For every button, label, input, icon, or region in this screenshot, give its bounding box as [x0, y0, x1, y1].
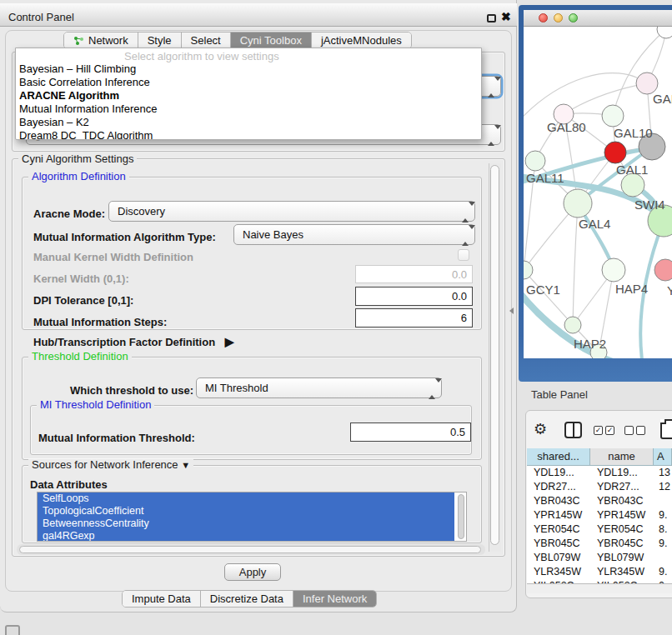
- deselect-all-checkbox-icon[interactable]: [636, 426, 645, 435]
- select-all-checkbox-icon[interactable]: ✓: [605, 426, 614, 435]
- column-layout-icon[interactable]: [564, 422, 582, 438]
- table-row[interactable]: YBL079W YBL079W: [527, 551, 672, 565]
- list-item-topologicalcoefficient[interactable]: TopologicalCoefficient: [38, 505, 454, 518]
- algorithm-dropdown-popup: Select algorithm to view settings Bayesi…: [15, 48, 482, 140]
- aracne-mode-combobox[interactable]: Discovery: [108, 201, 475, 222]
- network-icon: [73, 36, 84, 46]
- aracne-mode-label: Aracne Mode:: [33, 208, 105, 220]
- node-label-gal11: GAL11: [526, 171, 564, 185]
- sources-group-title[interactable]: Sources for Network Inference ▼: [28, 459, 193, 471]
- column-header-shared-name[interactable]: shared...: [527, 448, 590, 465]
- algorithm-definition-title: Algorithm Definition: [28, 171, 129, 182]
- node-hap4[interactable]: [602, 258, 625, 282]
- combo-arrows-icon: [488, 129, 494, 142]
- scrollbar-thumb[interactable]: [19, 546, 481, 553]
- table-row[interactable]: YBR043C YBR043C: [527, 494, 672, 508]
- node-label-gcy1: GCY1: [526, 282, 560, 297]
- column-header-clipped[interactable]: A: [654, 448, 672, 465]
- settings-vertical-scrollbar[interactable]: [489, 163, 501, 552]
- network-window-titlebar: [524, 10, 672, 27]
- scrollbar-thumb[interactable]: [490, 165, 499, 545]
- popup-item-bayesian-k2[interactable]: Bayesian – K2: [16, 116, 481, 129]
- dpi-tolerance-label: DPI Tolerance [0,1]:: [33, 294, 133, 307]
- zoom-traffic-light-icon[interactable]: [569, 13, 578, 22]
- control-panel-title: Control Panel: [8, 11, 74, 23]
- node-swi4[interactable]: [621, 173, 644, 197]
- minimize-traffic-light-icon[interactable]: [554, 13, 563, 22]
- deselect-all-checkbox-icon[interactable]: [624, 426, 634, 435]
- float-window-icon[interactable]: [487, 14, 496, 22]
- manual-kernel-checkbox[interactable]: [458, 249, 469, 261]
- close-icon[interactable]: ✖: [501, 10, 511, 23]
- tab-style[interactable]: Style: [138, 32, 182, 48]
- data-attributes-label: Data Attributes: [30, 478, 108, 491]
- node-label-hap2: HAP2: [574, 337, 606, 351]
- node-gal1-selected[interactable]: [604, 142, 626, 163]
- which-threshold-value: MI Threshold: [205, 382, 268, 394]
- network-view-inner: GAL GAL80 GAL10 GAL1 GAL11 GAL4 SWI4 GCY…: [524, 10, 672, 358]
- tab-cyni-toolbox[interactable]: Cyni Toolbox: [231, 32, 312, 48]
- which-threshold-label: Which threshold to use:: [70, 384, 193, 397]
- network-canvas[interactable]: GAL GAL80 GAL10 GAL1 GAL11 GAL4 SWI4 GCY…: [524, 27, 672, 358]
- settings-group-title: Cyni Algorithm Settings: [18, 153, 137, 164]
- settings-horizontal-scrollbar[interactable]: [17, 544, 485, 555]
- chevron-right-icon: ▶: [225, 335, 234, 348]
- mi-threshold-group-title: MI Threshold Definition: [37, 399, 154, 410]
- apply-button[interactable]: Apply: [224, 563, 281, 581]
- tab-infer-network[interactable]: Infer Network: [293, 591, 376, 607]
- minimized-panel-icon[interactable]: [5, 625, 20, 635]
- table-row[interactable]: YLR345W YLR345W 9.: [527, 565, 672, 579]
- dpi-tolerance-field[interactable]: 0.0: [355, 287, 473, 306]
- mi-type-label: Mutual Information Algorithm Type:: [33, 231, 216, 243]
- node-unlabeled-top[interactable]: [657, 27, 672, 38]
- mi-type-value: Naive Bayes: [243, 228, 303, 241]
- table-row[interactable]: YBR045C YBR045C 9.: [527, 537, 672, 551]
- column-header-name[interactable]: name: [590, 448, 654, 465]
- popup-item-mutual-information[interactable]: Mutual Information Inference: [16, 102, 481, 116]
- node-gal4[interactable]: [564, 189, 592, 218]
- list-scrollbar-thumb[interactable]: [458, 494, 464, 539]
- table-row[interactable]: YER054C YER054C 8.: [527, 522, 672, 537]
- list-item-gal4rgexp[interactable]: gal4RGexp: [38, 530, 454, 542]
- node-gal10[interactable]: [602, 105, 624, 127]
- popup-item-basic-correlation[interactable]: Basic Correlation Inference: [16, 76, 481, 89]
- popup-item-aracne[interactable]: ARACNE Algorithm: [16, 89, 481, 102]
- table-row[interactable]: YDL19... YDL19... 13: [527, 466, 672, 480]
- node-salmon[interactable]: [654, 259, 672, 281]
- table-row[interactable]: YPR145W YPR145W 9.: [527, 508, 672, 522]
- gear-icon[interactable]: ⚙: [534, 420, 547, 438]
- tab-jactivemnodules[interactable]: jActiveMNodules: [312, 32, 411, 48]
- hub-definition-toggle[interactable]: Hub/Transcription Factor Definition ▶: [33, 335, 234, 348]
- panel-splitter-handle[interactable]: [509, 308, 514, 314]
- node-gal11[interactable]: [525, 151, 545, 171]
- tab-impute-data[interactable]: Impute Data: [123, 591, 201, 607]
- close-traffic-light-icon[interactable]: [539, 13, 548, 22]
- popup-item-bayesian-hill-climbing[interactable]: Bayesian – Hill Climbing: [16, 62, 481, 76]
- node-label-y: Y: [667, 283, 672, 298]
- kernel-width-field[interactable]: 0.0: [355, 265, 473, 283]
- node-gcy1[interactable]: [524, 261, 533, 279]
- mi-steps-field[interactable]: 6: [355, 308, 473, 328]
- table-header-row: shared... name A: [527, 448, 672, 466]
- table-body: YDL19... YDL19... 13 YDR27... YDR27... 1…: [527, 466, 672, 583]
- tab-network[interactable]: Network: [64, 32, 138, 48]
- tab-select[interactable]: Select: [182, 32, 231, 48]
- tab-discretize-data[interactable]: Discretize Data: [201, 591, 293, 607]
- mi-type-combobox[interactable]: Naive Bayes: [233, 224, 475, 245]
- which-threshold-combobox[interactable]: MI Threshold: [196, 378, 442, 398]
- list-item-selfloops[interactable]: SelfLoops: [38, 492, 454, 505]
- table-file-icon[interactable]: [660, 419, 672, 439]
- popup-prompt: Select algorithm to view settings: [124, 50, 481, 62]
- popup-item-dream8[interactable]: Dream8 DC_TDC Algorithm: [16, 129, 481, 140]
- node-hap2[interactable]: [564, 317, 581, 333]
- kernel-width-label: Kernel Width (0,1):: [33, 272, 129, 285]
- node-label-swi4: SWI4: [634, 198, 665, 212]
- table-horizontal-scrollbar[interactable]: [527, 583, 672, 593]
- table-row[interactable]: YDR27... YDR27... 12: [527, 480, 672, 494]
- select-all-checkbox-icon[interactable]: ✓: [594, 426, 603, 435]
- list-item-betweennesscentrality[interactable]: BetweennessCentrality: [38, 518, 454, 530]
- mi-threshold-label: Mutual Information Threshold:: [38, 432, 195, 444]
- mi-threshold-field[interactable]: 0.5: [350, 422, 471, 442]
- chevron-down-icon: ▼: [181, 460, 190, 470]
- node-label-gal: GAL: [653, 92, 672, 106]
